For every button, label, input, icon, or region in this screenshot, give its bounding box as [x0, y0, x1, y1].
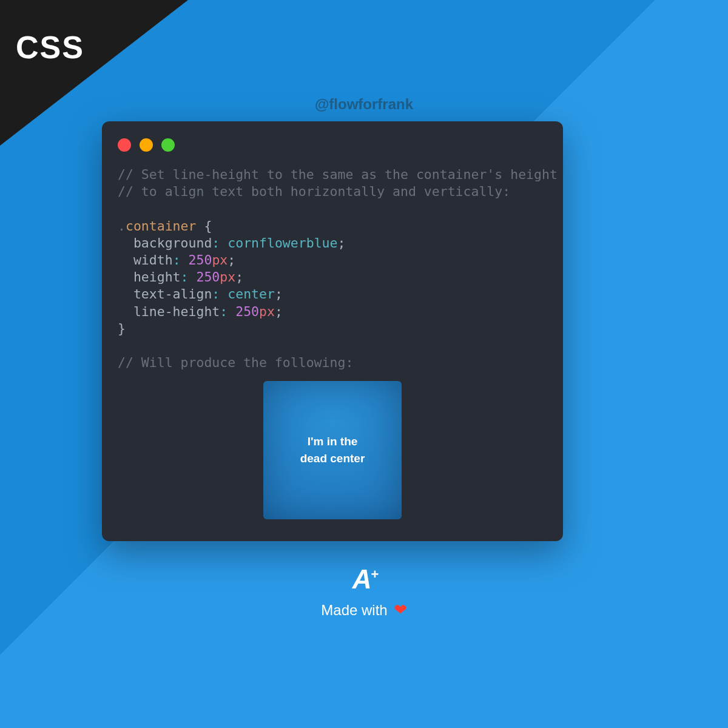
code-brace: { [196, 218, 212, 234]
code-colon: : [173, 252, 181, 268]
code-unit: px [212, 252, 228, 268]
maximize-dot-icon [161, 138, 175, 152]
footer: A+ Made with ❤ [0, 564, 728, 619]
code-prop: height [133, 269, 181, 285]
code-unit: px [220, 269, 235, 285]
code-semi: ; [337, 235, 345, 251]
demo-output-wrap: I'm in the dead center [118, 381, 547, 519]
code-editor-window: // Set line-height to the same as the co… [102, 121, 563, 541]
author-handle: @flowforfrank [0, 96, 728, 113]
code-number: 250 [189, 252, 212, 268]
code-semi: ; [228, 252, 235, 268]
code-selector-name: container [126, 218, 197, 234]
code-colon: : [181, 269, 189, 285]
code-prop: line-height [133, 304, 220, 319]
demo-output-box: I'm in the dead center [263, 381, 402, 519]
footer-logo-plus: + [371, 567, 377, 582]
footer-logo: A+ [352, 564, 376, 595]
demo-text-line: dead center [300, 450, 365, 467]
corner-badge-label: CSS [16, 29, 84, 66]
code-comment: // to align text both horizontally and v… [118, 184, 510, 199]
code-number: 250 [235, 304, 259, 319]
code-semi: ; [275, 286, 283, 302]
code-comment: // Will produce the following: [118, 355, 353, 370]
code-prop: text-align [133, 286, 212, 302]
code-semi: ; [235, 269, 243, 285]
demo-text-line: I'm in the [300, 433, 365, 450]
footer-logo-a: A [352, 564, 370, 594]
code-value: cornflowerblue [228, 235, 337, 251]
code-colon: : [212, 235, 220, 251]
code-comment: // Set line-height to the same as the co… [118, 167, 558, 182]
code-value: center [228, 286, 275, 302]
footer-made-with: Made with [321, 602, 387, 619]
code-prop: width [133, 252, 173, 268]
code-number: 250 [196, 269, 220, 285]
heart-icon: ❤ [394, 601, 407, 619]
code-brace: } [118, 321, 126, 336]
close-dot-icon [118, 138, 131, 152]
code-unit: px [259, 304, 275, 319]
code-block: // Set line-height to the same as the co… [118, 166, 547, 371]
code-semi: ; [275, 304, 283, 319]
window-traffic-lights [118, 138, 547, 152]
minimize-dot-icon [140, 138, 153, 152]
code-colon: : [212, 286, 220, 302]
code-colon: : [220, 304, 228, 319]
footer-tagline: Made with ❤ [321, 601, 406, 619]
code-selector-dot: . [118, 218, 126, 234]
code-prop: background [133, 235, 212, 251]
